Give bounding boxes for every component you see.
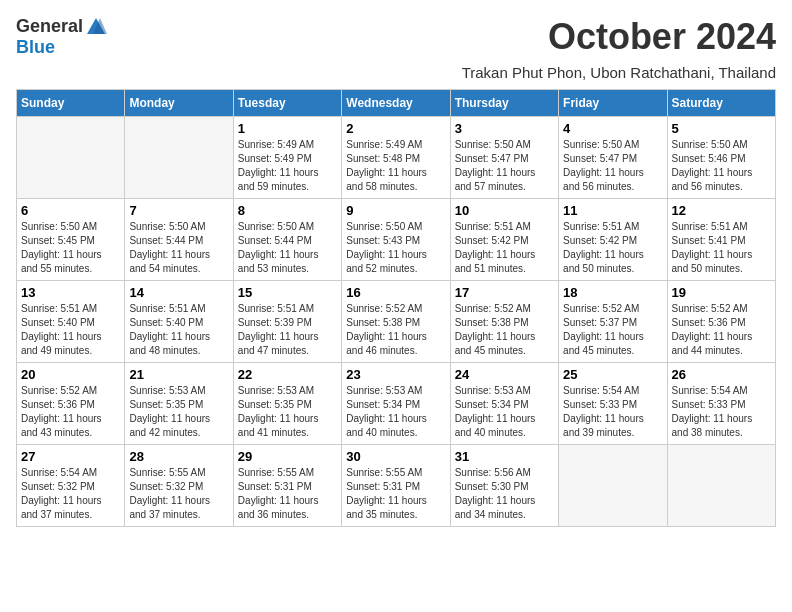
calendar-cell: 4Sunrise: 5:50 AMSunset: 5:47 PMDaylight… (559, 117, 667, 199)
day-info: Sunrise: 5:50 AMSunset: 5:47 PMDaylight:… (455, 138, 554, 194)
page-header: General Blue October 2024 (16, 16, 776, 58)
calendar-cell: 20Sunrise: 5:52 AMSunset: 5:36 PMDayligh… (17, 363, 125, 445)
day-info: Sunrise: 5:53 AMSunset: 5:34 PMDaylight:… (455, 384, 554, 440)
calendar-cell: 12Sunrise: 5:51 AMSunset: 5:41 PMDayligh… (667, 199, 775, 281)
day-info: Sunrise: 5:52 AMSunset: 5:36 PMDaylight:… (21, 384, 120, 440)
calendar-cell (667, 445, 775, 527)
day-info: Sunrise: 5:51 AMSunset: 5:41 PMDaylight:… (672, 220, 771, 276)
day-number: 30 (346, 449, 445, 464)
subtitle: Trakan Phut Phon, Ubon Ratchathani, Thai… (16, 64, 776, 81)
day-number: 18 (563, 285, 662, 300)
calendar-cell: 31Sunrise: 5:56 AMSunset: 5:30 PMDayligh… (450, 445, 558, 527)
calendar-cell: 25Sunrise: 5:54 AMSunset: 5:33 PMDayligh… (559, 363, 667, 445)
calendar-cell: 23Sunrise: 5:53 AMSunset: 5:34 PMDayligh… (342, 363, 450, 445)
day-info: Sunrise: 5:51 AMSunset: 5:40 PMDaylight:… (129, 302, 228, 358)
calendar-cell: 21Sunrise: 5:53 AMSunset: 5:35 PMDayligh… (125, 363, 233, 445)
day-number: 25 (563, 367, 662, 382)
day-number: 2 (346, 121, 445, 136)
day-number: 28 (129, 449, 228, 464)
day-number: 14 (129, 285, 228, 300)
day-number: 10 (455, 203, 554, 218)
calendar-row: 20Sunrise: 5:52 AMSunset: 5:36 PMDayligh… (17, 363, 776, 445)
day-info: Sunrise: 5:50 AMSunset: 5:47 PMDaylight:… (563, 138, 662, 194)
weekday-header: Wednesday (342, 90, 450, 117)
weekday-header-row: SundayMondayTuesdayWednesdayThursdayFrid… (17, 90, 776, 117)
day-info: Sunrise: 5:51 AMSunset: 5:39 PMDaylight:… (238, 302, 337, 358)
day-info: Sunrise: 5:50 AMSunset: 5:44 PMDaylight:… (129, 220, 228, 276)
day-info: Sunrise: 5:52 AMSunset: 5:36 PMDaylight:… (672, 302, 771, 358)
day-info: Sunrise: 5:50 AMSunset: 5:46 PMDaylight:… (672, 138, 771, 194)
day-number: 16 (346, 285, 445, 300)
calendar-row: 13Sunrise: 5:51 AMSunset: 5:40 PMDayligh… (17, 281, 776, 363)
day-number: 26 (672, 367, 771, 382)
weekday-header: Friday (559, 90, 667, 117)
calendar-cell: 24Sunrise: 5:53 AMSunset: 5:34 PMDayligh… (450, 363, 558, 445)
day-number: 1 (238, 121, 337, 136)
day-number: 17 (455, 285, 554, 300)
day-info: Sunrise: 5:51 AMSunset: 5:42 PMDaylight:… (455, 220, 554, 276)
day-number: 31 (455, 449, 554, 464)
day-info: Sunrise: 5:54 AMSunset: 5:33 PMDaylight:… (672, 384, 771, 440)
calendar-cell: 22Sunrise: 5:53 AMSunset: 5:35 PMDayligh… (233, 363, 341, 445)
calendar-table: SundayMondayTuesdayWednesdayThursdayFrid… (16, 89, 776, 527)
day-number: 22 (238, 367, 337, 382)
calendar-cell: 16Sunrise: 5:52 AMSunset: 5:38 PMDayligh… (342, 281, 450, 363)
calendar-cell: 11Sunrise: 5:51 AMSunset: 5:42 PMDayligh… (559, 199, 667, 281)
day-info: Sunrise: 5:52 AMSunset: 5:38 PMDaylight:… (455, 302, 554, 358)
logo-icon (85, 16, 107, 38)
day-info: Sunrise: 5:50 AMSunset: 5:45 PMDaylight:… (21, 220, 120, 276)
day-info: Sunrise: 5:54 AMSunset: 5:33 PMDaylight:… (563, 384, 662, 440)
calendar-row: 6Sunrise: 5:50 AMSunset: 5:45 PMDaylight… (17, 199, 776, 281)
day-info: Sunrise: 5:55 AMSunset: 5:31 PMDaylight:… (346, 466, 445, 522)
calendar-cell: 17Sunrise: 5:52 AMSunset: 5:38 PMDayligh… (450, 281, 558, 363)
logo-blue: Blue (16, 37, 55, 57)
calendar-cell: 18Sunrise: 5:52 AMSunset: 5:37 PMDayligh… (559, 281, 667, 363)
day-number: 9 (346, 203, 445, 218)
day-number: 12 (672, 203, 771, 218)
day-number: 19 (672, 285, 771, 300)
day-number: 24 (455, 367, 554, 382)
day-number: 15 (238, 285, 337, 300)
day-info: Sunrise: 5:56 AMSunset: 5:30 PMDaylight:… (455, 466, 554, 522)
day-number: 29 (238, 449, 337, 464)
day-number: 27 (21, 449, 120, 464)
calendar-cell: 7Sunrise: 5:50 AMSunset: 5:44 PMDaylight… (125, 199, 233, 281)
calendar-cell: 8Sunrise: 5:50 AMSunset: 5:44 PMDaylight… (233, 199, 341, 281)
logo-general: General (16, 17, 83, 37)
calendar-cell: 6Sunrise: 5:50 AMSunset: 5:45 PMDaylight… (17, 199, 125, 281)
day-number: 6 (21, 203, 120, 218)
day-info: Sunrise: 5:52 AMSunset: 5:37 PMDaylight:… (563, 302, 662, 358)
calendar-cell: 19Sunrise: 5:52 AMSunset: 5:36 PMDayligh… (667, 281, 775, 363)
calendar-cell: 10Sunrise: 5:51 AMSunset: 5:42 PMDayligh… (450, 199, 558, 281)
calendar-cell: 3Sunrise: 5:50 AMSunset: 5:47 PMDaylight… (450, 117, 558, 199)
day-info: Sunrise: 5:50 AMSunset: 5:44 PMDaylight:… (238, 220, 337, 276)
calendar-cell: 9Sunrise: 5:50 AMSunset: 5:43 PMDaylight… (342, 199, 450, 281)
calendar-cell: 27Sunrise: 5:54 AMSunset: 5:32 PMDayligh… (17, 445, 125, 527)
day-number: 11 (563, 203, 662, 218)
calendar-cell: 14Sunrise: 5:51 AMSunset: 5:40 PMDayligh… (125, 281, 233, 363)
calendar-cell: 26Sunrise: 5:54 AMSunset: 5:33 PMDayligh… (667, 363, 775, 445)
calendar-cell: 30Sunrise: 5:55 AMSunset: 5:31 PMDayligh… (342, 445, 450, 527)
weekday-header: Monday (125, 90, 233, 117)
title-block: October 2024 (548, 16, 776, 58)
day-number: 4 (563, 121, 662, 136)
day-info: Sunrise: 5:54 AMSunset: 5:32 PMDaylight:… (21, 466, 120, 522)
calendar-cell (559, 445, 667, 527)
day-info: Sunrise: 5:53 AMSunset: 5:35 PMDaylight:… (238, 384, 337, 440)
day-number: 21 (129, 367, 228, 382)
day-info: Sunrise: 5:55 AMSunset: 5:32 PMDaylight:… (129, 466, 228, 522)
day-info: Sunrise: 5:52 AMSunset: 5:38 PMDaylight:… (346, 302, 445, 358)
calendar-cell: 1Sunrise: 5:49 AMSunset: 5:49 PMDaylight… (233, 117, 341, 199)
weekday-header: Tuesday (233, 90, 341, 117)
day-info: Sunrise: 5:49 AMSunset: 5:49 PMDaylight:… (238, 138, 337, 194)
day-number: 23 (346, 367, 445, 382)
day-number: 8 (238, 203, 337, 218)
day-number: 13 (21, 285, 120, 300)
day-info: Sunrise: 5:50 AMSunset: 5:43 PMDaylight:… (346, 220, 445, 276)
calendar-cell: 2Sunrise: 5:49 AMSunset: 5:48 PMDaylight… (342, 117, 450, 199)
calendar-cell (125, 117, 233, 199)
day-info: Sunrise: 5:51 AMSunset: 5:42 PMDaylight:… (563, 220, 662, 276)
calendar-cell: 13Sunrise: 5:51 AMSunset: 5:40 PMDayligh… (17, 281, 125, 363)
day-info: Sunrise: 5:49 AMSunset: 5:48 PMDaylight:… (346, 138, 445, 194)
day-info: Sunrise: 5:53 AMSunset: 5:35 PMDaylight:… (129, 384, 228, 440)
